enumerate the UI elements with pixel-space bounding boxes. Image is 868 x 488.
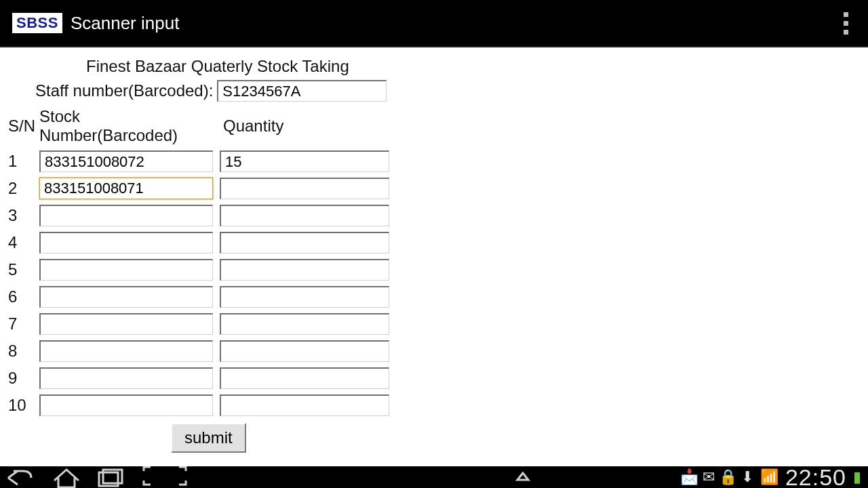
submit-button[interactable]: submit <box>171 423 246 453</box>
staff-label: Staff number(Barcoded): <box>35 81 213 100</box>
stock-number-input[interactable] <box>39 232 213 253</box>
stock-number-input[interactable] <box>39 286 213 308</box>
home-icon[interactable] <box>52 468 81 488</box>
battery-icon: ▮ <box>853 468 861 486</box>
stock-number-input[interactable] <box>39 205 213 226</box>
row-sn: 2 <box>8 179 39 198</box>
quantity-input[interactable] <box>220 286 389 308</box>
quantity-input[interactable] <box>220 394 389 416</box>
app-logo: SBSS <box>12 13 62 33</box>
status-icons: 📩 ✉ 🔒 ⬇ <box>680 468 753 486</box>
stock-number-input[interactable] <box>39 394 213 416</box>
staff-number-input[interactable] <box>217 80 387 102</box>
row-sn: 10 <box>8 396 39 415</box>
wifi-icon: 📶 <box>760 468 778 486</box>
staff-row: Staff number(Barcoded): <box>35 80 860 102</box>
row-sn: 4 <box>8 233 39 252</box>
quantity-input[interactable] <box>220 259 389 281</box>
col-header-sn: S/N <box>8 117 39 136</box>
overflow-menu-icon[interactable] <box>835 9 856 37</box>
table-row: 5 <box>8 259 860 281</box>
nav-caret-icon[interactable] <box>515 469 531 485</box>
app-title: Scanner input <box>71 13 179 34</box>
row-sn: 9 <box>8 369 39 388</box>
stock-number-input[interactable] <box>39 313 213 335</box>
row-sn: 5 <box>8 260 39 279</box>
quantity-input[interactable] <box>220 232 389 253</box>
table-header: S/N Stock Number(Barcoded) Quantity <box>8 107 860 145</box>
table-row: 3 <box>8 205 860 226</box>
stock-number-input[interactable] <box>39 259 213 281</box>
stock-number-input[interactable] <box>39 178 213 199</box>
title-bar: SBSS Scanner input <box>0 0 868 47</box>
table-row: 2 <box>8 178 860 199</box>
table-row: 4 <box>8 232 860 253</box>
row-sn: 1 <box>8 152 39 171</box>
back-icon[interactable] <box>7 468 37 488</box>
quantity-input[interactable] <box>220 340 389 362</box>
quantity-input[interactable] <box>220 178 389 199</box>
table-row: 7 <box>8 313 860 335</box>
quantity-input[interactable] <box>220 205 389 226</box>
col-header-qty: Quantity <box>223 117 283 136</box>
row-sn: 7 <box>8 314 39 333</box>
clock: 22:50 <box>785 466 846 488</box>
quantity-input[interactable] <box>220 367 389 389</box>
quantity-input[interactable] <box>220 313 389 335</box>
table-row: 10 <box>8 394 860 416</box>
table-row: 6 <box>8 286 860 308</box>
col-header-stock: Stock Number(Barcoded) <box>39 107 219 145</box>
table-row: 8 <box>8 340 860 362</box>
quantity-input[interactable] <box>220 150 389 172</box>
table-row: 9 <box>8 367 860 389</box>
row-sn: 3 <box>8 206 39 225</box>
scan-icon[interactable] <box>141 466 189 486</box>
row-sn: 6 <box>8 287 39 306</box>
stock-number-input[interactable] <box>39 340 213 362</box>
stock-number-input[interactable] <box>39 367 213 389</box>
row-sn: 8 <box>8 342 39 361</box>
system-navbar: 📩 ✉ 🔒 ⬇ 📶 22:50 ▮ <box>0 466 868 488</box>
form-content: Finest Bazaar Quaterly Stock Taking Staf… <box>0 47 868 460</box>
stock-number-input[interactable] <box>39 150 213 172</box>
table-row: 1 <box>8 150 860 172</box>
page-heading: Finest Bazaar Quaterly Stock Taking <box>86 57 860 76</box>
recents-icon[interactable] <box>96 468 126 488</box>
